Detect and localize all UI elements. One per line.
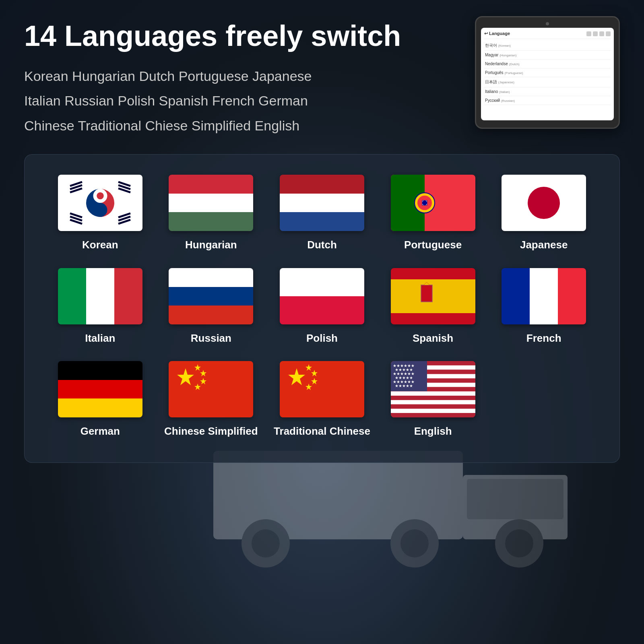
flag-label-korean: Korean: [82, 238, 118, 252]
svg-rect-48: [391, 279, 475, 313]
svg-rect-29: [280, 194, 364, 212]
svg-rect-41: [114, 268, 142, 324]
svg-point-36: [422, 200, 427, 205]
flag-german: [58, 361, 142, 417]
svg-rect-52: [530, 268, 558, 324]
flag-label-polish: Polish: [306, 332, 338, 345]
tablet-device: ↩ Language 한국어 (Korean) Magyar (Hungaria…: [475, 16, 620, 129]
flag-item-japanese: Japanese: [492, 175, 595, 252]
svg-point-24: [97, 206, 104, 214]
svg-rect-51: [502, 268, 530, 324]
flag-label-japanese: Japanese: [520, 238, 568, 252]
svg-rect-79: [391, 400, 475, 405]
svg-rect-53: [558, 268, 586, 324]
tablet-list-hungarian: Magyar (Hungarian): [484, 51, 611, 60]
flags-row1: Korean Hungarian: [49, 175, 595, 252]
tablet-camera: [546, 22, 549, 25]
svg-rect-81: [391, 409, 475, 413]
tablet-list-korean: 한국어 (Korean): [484, 41, 611, 51]
svg-point-6: [400, 529, 429, 557]
flag-item-polish: Polish: [270, 268, 374, 345]
header-section: 14 Languages freely switch Korean Hungar…: [24, 20, 620, 138]
svg-rect-78: [391, 396, 475, 400]
flag-item-traditional-chinese: Traditional Chinese: [270, 361, 374, 438]
svg-rect-54: [58, 361, 142, 380]
svg-rect-63: [280, 361, 364, 417]
flag-item-portuguese: Portuguese: [382, 175, 485, 252]
flag-spanish: [391, 268, 475, 324]
flag-label-spanish: Spanish: [413, 332, 453, 345]
flag-portuguese: [391, 175, 475, 231]
svg-rect-2: [467, 479, 564, 519]
svg-point-38: [528, 187, 560, 219]
flag-japanese: [502, 175, 586, 231]
flag-item-empty: [492, 361, 595, 438]
subtitle-text: Korean Hungarian Dutch Portuguese Japane…: [24, 64, 459, 138]
flag-hungarian: [169, 175, 253, 231]
tablet-header-icons: [586, 31, 611, 36]
flag-item-hungarian: Hungarian: [160, 175, 263, 252]
tablet-language-title: ↩ Language: [484, 31, 510, 36]
title-area: 14 Languages freely switch Korean Hungar…: [24, 20, 459, 138]
flag-label-english: English: [414, 425, 452, 438]
flag-korean: [58, 175, 142, 231]
svg-rect-77: [391, 392, 475, 396]
svg-rect-82: [391, 413, 475, 418]
svg-rect-56: [58, 398, 142, 417]
flag-label-hungarian: Hungarian: [185, 238, 237, 252]
flag-item-chinese-simplified: Chinese Simplified: [160, 361, 263, 438]
svg-rect-57: [169, 361, 253, 417]
svg-rect-39: [58, 268, 86, 324]
tablet-list-italian: Italiano (Italian): [484, 87, 611, 96]
tablet-list-japanese: 日本語 (Japanese): [484, 77, 611, 87]
flag-dutch: [280, 175, 364, 231]
flag-item-english: ★★★★★★ ★★★★★ ★★★★★★ ★★★★★ ★★★★★★ ★★★★★ E…: [382, 361, 485, 438]
subtitle-line2: Italian Russian Polish Spanish French Ge…: [24, 89, 459, 113]
svg-rect-45: [280, 268, 364, 296]
svg-point-23: [97, 192, 104, 200]
flag-italian: [58, 268, 142, 324]
flag-item-spanish: Spanish: [382, 268, 485, 345]
flag-label-german: German: [80, 425, 120, 438]
tablet-list-dutch: Nederlandse (Dutch): [484, 60, 611, 68]
svg-rect-46: [280, 296, 364, 324]
svg-rect-42: [169, 268, 253, 287]
flag-chinese-simplified: [169, 361, 253, 417]
tablet-screen: ↩ Language 한국어 (Korean) Magyar (Hungaria…: [481, 28, 614, 120]
svg-point-8: [505, 529, 533, 557]
svg-point-4: [252, 529, 280, 557]
svg-rect-49: [421, 285, 432, 302]
svg-rect-43: [169, 287, 253, 305]
flag-label-chinese-simplified: Chinese Simplified: [164, 425, 258, 438]
svg-rect-27: [169, 212, 253, 231]
flag-english: ★★★★★★ ★★★★★ ★★★★★★ ★★★★★ ★★★★★★ ★★★★★: [391, 361, 475, 417]
svg-rect-30: [280, 212, 364, 231]
tablet-icon-refresh: [586, 31, 591, 36]
flag-french: [502, 268, 586, 324]
tablet-icon-camera: [593, 31, 598, 36]
flag-label-russian: Russian: [191, 332, 231, 345]
flag-label-traditional-chinese: Traditional Chinese: [274, 425, 370, 438]
svg-rect-80: [391, 405, 475, 409]
subtitle-line3: Chinese Traditional Chiese Simplified En…: [24, 114, 459, 138]
svg-rect-28: [280, 175, 364, 194]
flag-polish: [280, 268, 364, 324]
tablet-list-portuguese: Português (Portuguese): [484, 68, 611, 77]
flag-item-french: French: [492, 268, 595, 345]
tablet-header: ↩ Language: [484, 31, 611, 39]
flag-item-german: German: [49, 361, 152, 438]
flags-container: Korean Hungarian: [24, 154, 620, 463]
flag-item-russian: Russian: [160, 268, 263, 345]
flag-traditional-chinese: [280, 361, 364, 417]
flags-row2: Italian Russian: [49, 268, 595, 345]
flag-label-portuguese: Portuguese: [404, 238, 462, 252]
flags-row3: German Chinese Simplified: [49, 361, 595, 438]
flag-label-italian: Italian: [85, 332, 115, 345]
tablet-icon-grid: [599, 31, 604, 36]
svg-text:★★★★★: ★★★★★: [395, 384, 413, 388]
svg-rect-55: [58, 380, 142, 398]
flag-item-korean: Korean: [49, 175, 152, 252]
flag-item-dutch: Dutch: [270, 175, 374, 252]
subtitle-line1: Korean Hungarian Dutch Portuguese Japane…: [24, 64, 459, 89]
svg-rect-44: [169, 305, 253, 324]
